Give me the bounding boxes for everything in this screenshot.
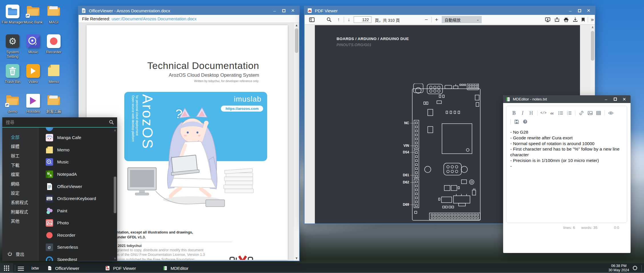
- search-input[interactable]: [6, 120, 109, 125]
- download-button[interactable]: [571, 15, 579, 24]
- presentation-mode-button[interactable]: [543, 15, 552, 24]
- desktop-icon-trash-bin[interactable]: Trash Bin: [2, 64, 23, 84]
- close-button[interactable]: ✕: [288, 7, 297, 14]
- app-item-notepada[interactable]: NA NotepadA: [39, 170, 117, 178]
- desktop-icon-system-setting[interactable]: ⚙ System Setting: [2, 34, 23, 59]
- desktop-icon-music[interactable]: ♪ Music: [22, 34, 44, 54]
- close-button[interactable]: ✕: [584, 7, 593, 14]
- scrollbar-thumb[interactable]: [295, 28, 298, 53]
- close-button[interactable]: ✕: [620, 96, 629, 102]
- app-list-scrollbar[interactable]: ∧ ∨: [113, 128, 117, 261]
- app-item-photo[interactable]: Photo: [39, 219, 117, 227]
- category-network[interactable]: 網絡: [2, 179, 39, 188]
- italic-button[interactable]: I: [518, 110, 527, 116]
- search-icon[interactable]: [325, 15, 333, 24]
- desktop-icon-magi[interactable]: MAGI: [43, 5, 65, 25]
- pdfviewer-titlebar[interactable]: PDF Viewer – ✕: [305, 6, 595, 15]
- bookmark-icon[interactable]: [579, 15, 587, 24]
- scroll-up-icon[interactable]: ▲: [294, 23, 299, 27]
- next-page-button[interactable]: ↓: [345, 15, 353, 24]
- bullet-list-button[interactable]: [556, 110, 565, 116]
- app-item-paint[interactable]: Paint: [39, 207, 117, 215]
- desktop-icon-maker-factory[interactable]: 創客工廠: [43, 94, 65, 114]
- table-button[interactable]: [594, 110, 603, 116]
- taskbar-item-officeviewer[interactable]: OfficeViewer: [45, 263, 82, 273]
- category-download[interactable]: 下載: [2, 160, 39, 170]
- minimize-button[interactable]: –: [566, 7, 575, 14]
- taskbar-item-mdeditor[interactable]: MDEditor: [160, 263, 191, 273]
- category-media[interactable]: 媒體: [2, 142, 39, 151]
- app-item-officeviewer[interactable]: OfficeViewer: [39, 183, 117, 191]
- mdeditor-titlebar[interactable]: MDEditor - notes.txt – ✕: [503, 95, 631, 103]
- document-scrollbar[interactable]: ▲ ▼: [294, 23, 299, 261]
- cover-brand: imuslab: [234, 95, 261, 104]
- link-button[interactable]: [577, 110, 586, 116]
- desktop-icon-memo[interactable]: Memo: [43, 64, 65, 84]
- notebook-icon: [506, 97, 510, 102]
- desktop-icon-video[interactable]: Video: [22, 64, 44, 84]
- desktop-icon-holodex[interactable]: Holodex: [22, 94, 44, 114]
- category-other[interactable]: 其他: [2, 216, 39, 225]
- app-item-memo[interactable]: Memo: [39, 146, 117, 154]
- logout-button[interactable]: 登出: [7, 251, 24, 257]
- app-item-speedtest[interactable]: Speedtest: [39, 256, 117, 261]
- minimize-button[interactable]: –: [270, 7, 279, 14]
- page-number-input[interactable]: [354, 16, 371, 23]
- preview-eye-button[interactable]: [607, 110, 615, 116]
- more-tools-button[interactable]: »: [589, 15, 596, 24]
- officeviewer-titlebar[interactable]: OfficeViewer - Arozos Documentation.docx…: [79, 6, 299, 15]
- category-files[interactable]: 檔案: [2, 169, 39, 179]
- desktop-icon-recorder[interactable]: Recorder: [43, 34, 65, 54]
- desktop-icon-music-bank[interactable]: Music Bank: [22, 5, 44, 25]
- search-icon[interactable]: [109, 120, 114, 124]
- heading-button[interactable]: H: [527, 110, 535, 116]
- category-accessories[interactable]: 附屬程式: [2, 207, 39, 216]
- previous-page-button[interactable]: ↑: [335, 15, 342, 24]
- zoom-mode-select[interactable]: 自動縮放 ⌄: [442, 16, 482, 23]
- desktop-icon-file-manager[interactable]: File Manager: [2, 5, 23, 25]
- menu-hamburger-icon[interactable]: [18, 266, 24, 272]
- desktop-icon-demo[interactable]: demo: [2, 94, 23, 114]
- scroll-up-icon[interactable]: ∧: [590, 25, 595, 29]
- app-item-manga-cafe[interactable]: Manga Cafe: [39, 134, 117, 142]
- app-item-onscreenkeyboard[interactable]: OnScreenKeyboard: [39, 195, 117, 203]
- category-settings[interactable]: 設定: [2, 188, 39, 198]
- quote-button[interactable]: “: [548, 110, 556, 116]
- open-file-button[interactable]: [553, 15, 561, 24]
- maximize-button[interactable]: [611, 96, 620, 102]
- category-system[interactable]: 系統程式: [2, 197, 39, 207]
- app-item-recorder[interactable]: Recorder: [39, 231, 117, 239]
- save-button[interactable]: [512, 118, 521, 125]
- notepada-icon: NA: [46, 171, 53, 178]
- category-all[interactable]: 全部: [2, 132, 39, 142]
- maximize-button[interactable]: [575, 7, 584, 14]
- sidebar-toggle-button[interactable]: [307, 15, 316, 24]
- help-button[interactable]: ?: [521, 118, 529, 125]
- file-rendered-link[interactable]: user:/Document/Arozos Documentation.docx: [111, 16, 197, 21]
- svg-text:♪: ♪: [50, 162, 52, 165]
- editor-text[interactable]: - No G28 - Gcode rewrite after Cura exor…: [506, 126, 627, 173]
- scrollbar-thumb[interactable]: [114, 177, 116, 213]
- imuslab-logo: [229, 255, 256, 260]
- start-button[interactable]: [0, 263, 13, 273]
- category-office[interactable]: 辦工: [2, 151, 39, 160]
- taskbar-item-pdfviewer[interactable]: PDF Viewer: [102, 263, 139, 273]
- app-item-music[interactable]: ♪ Music: [39, 158, 117, 166]
- image-button[interactable]: [586, 110, 594, 116]
- scrollbar-thumb[interactable]: [591, 31, 594, 61]
- scroll-down-icon[interactable]: ▼: [294, 256, 299, 260]
- bold-button[interactable]: B: [510, 110, 518, 116]
- print-button[interactable]: [562, 15, 570, 24]
- app-item-serverless[interactable]: σ Serverless: [39, 243, 117, 251]
- zoom-out-button[interactable]: −: [422, 15, 430, 24]
- maximize-button[interactable]: [279, 7, 288, 14]
- desktop-icon-label: demo: [2, 109, 23, 114]
- zoom-in-button[interactable]: +: [433, 15, 441, 24]
- minimize-button[interactable]: –: [601, 96, 611, 102]
- scroll-up-icon[interactable]: ∧: [113, 129, 117, 132]
- numbered-list-button[interactable]: 123: [565, 110, 573, 116]
- scroll-down-icon[interactable]: ∨: [113, 257, 117, 260]
- code-button[interactable]: </>: [539, 110, 548, 116]
- play-icon: [26, 64, 40, 78]
- status-circle-icon[interactable]: [633, 266, 637, 270]
